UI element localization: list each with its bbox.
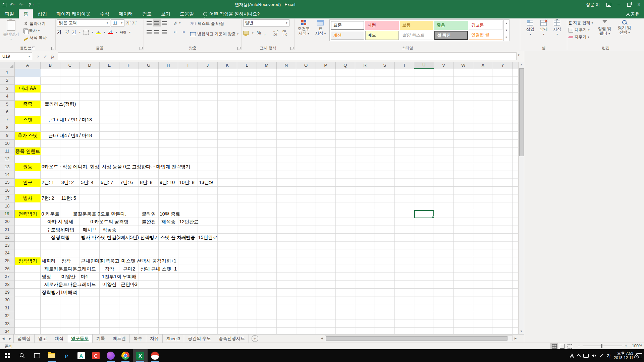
row-header-18[interactable]: 18 — [0, 202, 14, 210]
save-button[interactable] — [2, 3, 6, 7]
borders-button[interactable] — [84, 30, 89, 35]
cell-C29[interactable]: 미해석 — [60, 289, 80, 296]
sort-filter-button[interactable]: 정렬 및필터 ▾ — [596, 19, 613, 46]
taskbar-start-button[interactable] — [0, 349, 15, 362]
row-header-12[interactable]: 12 — [0, 155, 14, 163]
align-left-button[interactable] — [145, 28, 153, 36]
volume-icon[interactable] — [592, 354, 596, 358]
top-align-button[interactable] — [145, 19, 153, 26]
cell-I20[interactable]: 12턴완료 — [178, 218, 198, 226]
cell-H15[interactable]: 9턴: 10 — [159, 179, 178, 187]
enter-entry-button[interactable]: ✓ — [44, 54, 47, 59]
cell-F28[interactable]: 근민마3 — [119, 281, 139, 289]
row-header-13[interactable]: 13 — [0, 163, 14, 171]
cell-D25[interactable]: 근내민마3 — [80, 257, 100, 265]
row-header-15[interactable]: 15 — [0, 179, 14, 186]
cell-J15[interactable]: 13턴:9 — [198, 179, 218, 187]
sheet-tab-대적[interactable]: 대적 — [51, 335, 67, 343]
customize-qat-button[interactable]: —▾ — [38, 1, 40, 8]
number-format-select[interactable]: 일반▾ — [243, 19, 289, 26]
cell-style-normal[interactable]: 표준 — [331, 21, 364, 30]
taskbar-app-c-button[interactable]: C — [89, 349, 103, 362]
ribbon-tab-검토[interactable]: 검토 — [138, 9, 156, 18]
cell-B25[interactable]: 세피라 — [41, 257, 60, 265]
column-header-P[interactable]: P — [316, 62, 336, 69]
signed-in-user[interactable]: 정문 이 — [586, 2, 600, 8]
cell-B21[interactable]: 수도방위마법 — [41, 226, 80, 234]
row-header-20[interactable]: 20 — [0, 218, 14, 226]
formula-input[interactable] — [58, 52, 517, 60]
column-header-partial[interactable] — [513, 62, 518, 69]
cell-G20[interactable]: 불완전 — [139, 218, 159, 226]
styles-gallery-scroll[interactable]: ▲▼≡ — [504, 19, 509, 41]
cell-A19[interactable]: 전략병기 — [15, 210, 41, 218]
insert-function-button[interactable]: fx — [51, 54, 54, 59]
row-header-17[interactable]: 17 — [0, 194, 14, 202]
bottom-align-button[interactable] — [161, 19, 168, 26]
comma-style-button[interactable]: , — [264, 30, 266, 36]
row-header-26[interactable]: 26 — [0, 265, 14, 273]
cell-style-linked[interactable]: 연결된 셀 — [469, 31, 502, 40]
cell-J22[interactable]: 15턴완료 — [198, 234, 218, 241]
row-header-8[interactable]: 8 — [0, 124, 14, 132]
row-header-19[interactable]: 19 — [0, 210, 14, 218]
sheet-nav-next[interactable]: ▶ — [7, 335, 13, 343]
new-sheet-button[interactable]: + — [252, 335, 258, 342]
cell-B7[interactable]: 근1 / 내1 / 민1 / 마13 — [41, 116, 100, 124]
vertical-scrollbar[interactable]: ▲ ▼ — [518, 62, 524, 334]
cell-A25[interactable]: 장착병기 — [15, 257, 41, 265]
cell-A9[interactable]: 추가 스텟 — [15, 132, 41, 139]
cell-style-bad[interactable]: 나쁨 — [365, 21, 399, 30]
insert-cells-button[interactable]: 삽입▾ — [525, 19, 536, 46]
undo-button[interactable]: ↶▾ — [10, 2, 15, 7]
taskbar-chrome-button[interactable] — [118, 349, 133, 362]
cell-A1[interactable] — [15, 69, 41, 77]
row-header-2[interactable]: 2 — [0, 77, 14, 84]
cell-D15[interactable]: 5턴: 4 — [80, 179, 100, 187]
ribbon-display-options-button[interactable] — [604, 0, 614, 9]
column-header-R[interactable]: R — [355, 62, 375, 69]
taskbar-clock[interactable]: 오후 7:53 2018-12-11 — [614, 351, 633, 360]
taskbar-task-view-button[interactable] — [30, 349, 44, 362]
cell-B26[interactable]: 제로카운트다운그레이드 — [41, 265, 100, 273]
select-all-corner[interactable] — [0, 62, 15, 69]
taskbar-search-button[interactable] — [15, 349, 30, 362]
cell-B19[interactable]: 0 카운트 — [41, 210, 60, 218]
row-header-16[interactable]: 16 — [0, 187, 14, 194]
cell-E21[interactable]: 작동중 — [100, 226, 119, 234]
taskbar-app-a-button[interactable]: A — [74, 349, 89, 362]
cell-A11[interactable]: 종족 인챈트 — [15, 147, 41, 155]
cell-B20[interactable]: 아카 시 앙세 — [41, 218, 80, 226]
column-header-M[interactable]: M — [257, 62, 277, 69]
font-color-button[interactable]: 가 — [108, 31, 113, 34]
fill-button[interactable]: ↓채우기▾ — [569, 26, 593, 34]
cell-A7[interactable]: 스텟 — [15, 116, 41, 124]
column-header-V[interactable]: V — [434, 62, 454, 69]
redo-button[interactable]: ↷▾ — [19, 2, 24, 7]
cell-I22[interactable]: 개발중 — [178, 234, 198, 241]
cell-B17[interactable]: 7턴: 2 — [41, 194, 60, 202]
active-cell-selector[interactable] — [414, 210, 434, 218]
column-header-E[interactable]: E — [100, 62, 119, 69]
restore-button[interactable] — [624, 0, 634, 9]
font-dialog-launcher[interactable] — [140, 47, 143, 50]
row-header-31[interactable]: 31 — [0, 304, 14, 312]
autosum-button[interactable]: Σ자동 합계▾ — [569, 19, 593, 26]
orientation-button[interactable]: ab — [171, 19, 179, 26]
row-header-33[interactable]: 33 — [0, 320, 14, 328]
cell-D27[interactable]: 마1 — [80, 273, 100, 281]
cell-B15[interactable]: 2턴: 1 — [41, 179, 60, 187]
column-header-Y[interactable]: Y — [493, 62, 513, 69]
cell-B5[interactable]: 폴라리스(정령) — [41, 101, 80, 108]
page-break-view-button[interactable] — [566, 343, 574, 349]
column-header-T[interactable]: T — [395, 62, 415, 69]
minimize-button[interactable]: ─ — [614, 0, 624, 9]
row-header-29[interactable]: 29 — [0, 289, 14, 296]
cell-style-note[interactable]: 메모 — [365, 31, 399, 40]
shrink-font-button[interactable]: 가ˇ — [131, 20, 137, 26]
middle-align-button[interactable] — [153, 19, 161, 26]
column-header-W[interactable]: W — [453, 62, 473, 69]
column-header-H[interactable]: H — [159, 62, 178, 69]
cell-style-explain[interactable]: 설명 텍스트 — [400, 31, 433, 40]
column-header-O[interactable]: O — [296, 62, 316, 69]
